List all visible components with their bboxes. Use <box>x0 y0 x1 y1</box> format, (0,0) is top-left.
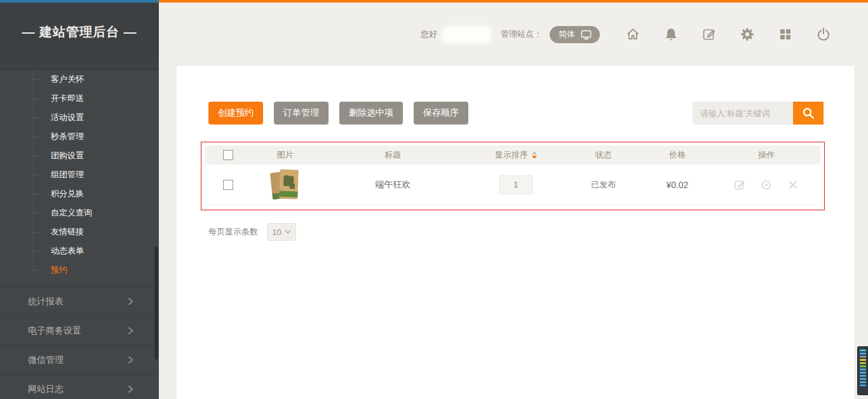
table-row: 端午狂欢 已发布 ¥0.02 <box>205 165 820 205</box>
section-label: 电子商务设置 <box>28 325 81 337</box>
apps-grid-icon[interactable] <box>778 27 793 42</box>
sidebar-parent-item-strip <box>0 61 159 70</box>
per-page-select[interactable]: 10 <box>267 223 296 241</box>
sidebar-item-dynamic-forms[interactable]: 动态表单 <box>0 241 159 260</box>
sidebar-item-group-buy[interactable]: 团购设置 <box>0 146 159 165</box>
sort-up-arrow[interactable] <box>532 151 537 154</box>
minimap-widget[interactable] <box>857 346 868 395</box>
language-pill-button[interactable]: 简体 <box>550 26 600 43</box>
sort-order-input[interactable] <box>499 175 532 194</box>
sidebar-item-group-manage[interactable]: 组团管理 <box>0 165 159 184</box>
order-manage-button[interactable]: 订单管理 <box>274 102 329 125</box>
sidebar-section-ecommerce-settings[interactable]: 电子商务设置 <box>0 316 159 345</box>
monitor-icon <box>580 29 592 41</box>
sidebar-item-points-exchange[interactable]: 积分兑换 <box>0 184 159 203</box>
gear-icon[interactable] <box>740 27 755 42</box>
per-page-value: 10 <box>272 227 281 237</box>
compose-icon[interactable] <box>702 27 717 42</box>
sidebar-item-customer-care[interactable]: 客户关怀 <box>0 70 159 89</box>
delete-selected-button[interactable]: 删除选中项 <box>339 102 403 125</box>
sidebar-item-seckill[interactable]: 秒杀管理 <box>0 127 159 146</box>
power-icon[interactable] <box>816 27 831 42</box>
per-page-label: 每页显示条数 <box>208 226 258 238</box>
column-header-sort: 显示排序 <box>495 149 528 161</box>
row-price: ¥0.02 <box>642 180 712 190</box>
sidebar-section-stats-report[interactable]: 统计报表 <box>0 287 159 316</box>
chevron-right-icon <box>126 327 135 335</box>
sidebar-section-site-logs[interactable]: 网站日志 <box>0 374 159 399</box>
bell-icon[interactable] <box>663 27 679 42</box>
save-order-button[interactable]: 保存顺序 <box>414 102 468 125</box>
view-icon[interactable] <box>760 179 773 191</box>
sidebar-item-card-gift[interactable]: 开卡即送 <box>0 89 159 108</box>
sidebar-item-activity-settings[interactable]: 活动设置 <box>0 108 159 127</box>
row-title: 端午狂欢 <box>319 179 466 191</box>
search-button[interactable] <box>793 102 824 125</box>
section-label: 网站日志 <box>28 384 64 395</box>
column-header-price: 价格 <box>642 149 712 161</box>
search-input[interactable] <box>693 102 793 125</box>
chevron-down-icon <box>285 229 291 235</box>
search-group <box>693 102 824 125</box>
table-header-row: 图片 标题 显示排序 状态 价格 操作 <box>205 145 820 165</box>
header: 您好 管理站点： 简体 <box>159 3 868 66</box>
column-header-actions: 操作 <box>713 149 820 161</box>
row-checkbox[interactable] <box>223 180 233 190</box>
delete-icon[interactable] <box>787 179 799 191</box>
pagination: 每页显示条数 10 <box>208 223 854 241</box>
toolbar: 创建预约 订单管理 删除选中项 保存顺序 <box>208 102 824 125</box>
section-label: 微信管理 <box>28 355 64 366</box>
sidebar-submenu: 客户关怀 开卡即送 活动设置 秒杀管理 团购设置 组团管理 积分兑换 自定义查询… <box>0 70 159 280</box>
select-all-checkbox[interactable] <box>223 150 233 160</box>
sidebar-item-custom-query[interactable]: 自定义查询 <box>0 203 159 222</box>
table-annotation-highlight: 图片 标题 显示排序 状态 价格 操作 <box>201 142 825 210</box>
sidebar-sections: 统计报表 电子商务设置 微信管理 网站日志 <box>0 287 159 399</box>
chevron-right-icon <box>126 297 135 306</box>
sidebar-item-friend-links[interactable]: 友情链接 <box>0 222 159 241</box>
row-status: 已发布 <box>565 179 642 191</box>
header-icon-group <box>625 27 831 42</box>
column-header-status: 状态 <box>565 149 642 161</box>
chevron-right-icon <box>126 356 135 364</box>
sidebar-item-booking[interactable]: 预约 <box>0 260 159 280</box>
edit-icon[interactable] <box>733 179 746 191</box>
package-image-front <box>279 169 299 199</box>
app-title: — 建站管理后台 — <box>0 3 159 61</box>
column-header-image: 图片 <box>252 149 319 161</box>
section-label: 统计报表 <box>28 296 64 308</box>
sidebar-section-wechat-manage[interactable]: 微信管理 <box>0 345 159 374</box>
language-label: 简体 <box>559 29 575 40</box>
greeting-text: 您好 <box>421 29 437 40</box>
sort-down-arrow[interactable] <box>532 156 537 159</box>
sidebar-scrollbar[interactable] <box>154 247 158 360</box>
product-thumbnail[interactable] <box>269 169 301 201</box>
column-header-title: 标题 <box>319 149 466 161</box>
create-booking-button[interactable]: 创建预约 <box>208 102 263 125</box>
magnifier-icon <box>801 105 816 121</box>
sort-up-down-icon[interactable] <box>532 151 537 159</box>
username-redacted <box>444 28 489 41</box>
sidebar: — 建站管理后台 — 客户关怀 开卡即送 活动设置 秒杀管理 团购设置 组团管理… <box>0 0 159 399</box>
chevron-right-icon <box>126 385 135 393</box>
manage-site-label: 管理站点： <box>501 29 542 40</box>
home-icon[interactable] <box>625 27 641 42</box>
content-card: 创建预约 订单管理 删除选中项 保存顺序 图片 标题 显示排序 <box>177 66 854 399</box>
